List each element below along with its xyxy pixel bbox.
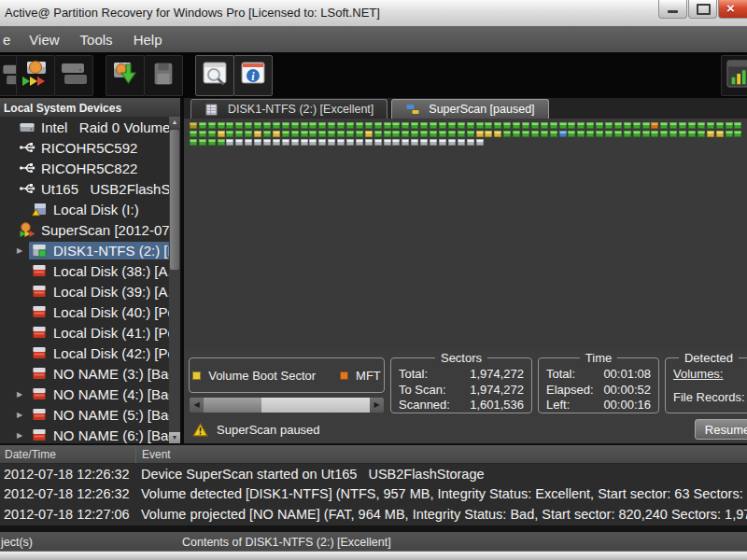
- sidebar-scrollbar[interactable]: ▲ ▼: [169, 117, 180, 443]
- scroll-right-icon[interactable]: ▶: [370, 398, 384, 413]
- tree-item-body[interactable]: SuperScan [2012-07-...: [17, 221, 169, 239]
- tree-item-body[interactable]: NO NAME (6:) [Bad]: [29, 427, 169, 444]
- tree-item[interactable]: RICOHR5C822: [0, 158, 169, 178]
- sector-block: [568, 122, 575, 129]
- preview-window-button[interactable]: [195, 55, 234, 96]
- log-row-event: Device SuperScan started on Ut165 USB2Fl…: [135, 467, 747, 482]
- log-column-datetime[interactable]: Date/Time: [0, 445, 135, 463]
- recover-drive-button[interactable]: [106, 55, 145, 96]
- tree-item[interactable]: NO NAME (3:) [Bad]: [0, 363, 169, 384]
- expander-icon[interactable]: ▶: [17, 390, 29, 399]
- tree-item-body[interactable]: RICOHR5C822: [17, 160, 142, 177]
- tree-item[interactable]: ▶NO NAME (5:) [Bad]: [0, 404, 169, 425]
- tree-item-label: Local Disk (39:) [A...: [53, 284, 169, 300]
- hscroll-track[interactable]: [261, 398, 370, 413]
- menu-item-help[interactable]: Help: [123, 32, 173, 48]
- tree-item-body[interactable]: Local Disk (40:) [Po...: [29, 303, 169, 321]
- log-column-event[interactable]: Event: [135, 445, 747, 463]
- tab-disk1-ntfs[interactable]: DISK1-NTFS (2:) [Excellent]: [190, 99, 388, 119]
- legend-swatch-icon: [192, 371, 201, 380]
- sector-block: [402, 131, 409, 137]
- tree-item-body[interactable]: Local Disk (41:) [Po...: [29, 324, 169, 342]
- tree-item[interactable]: Local Disk (I:): [0, 199, 169, 219]
- log-row[interactable]: 2012-07-18 12:26:32Device SuperScan star…: [0, 464, 747, 484]
- tree-item[interactable]: Intel Raid 0 Volume: [0, 117, 169, 137]
- info-window-button[interactable]: i: [233, 55, 273, 96]
- minimize-button[interactable]: [658, 0, 687, 19]
- tree-item-selected[interactable]: DISK1-NTFS (2:) [E...: [29, 242, 169, 259]
- tree-item[interactable]: SuperScan [2012-07-...: [0, 219, 169, 240]
- menu-item-file-partial[interactable]: e: [0, 32, 19, 48]
- drive-red-icon: [31, 366, 48, 381]
- sector-block: [263, 139, 271, 146]
- scrollbar-thumb[interactable]: [170, 130, 179, 270]
- tree-item[interactable]: ▶NO NAME (4:) [Bad]: [0, 384, 169, 404]
- scan-info-panel: Volume Boot SectorMFT ◀ ▶ Sectors Total:…: [184, 350, 747, 415]
- sector-block: [430, 122, 437, 129]
- tree-item-body[interactable]: Local Disk (38:) [A...: [29, 262, 169, 280]
- tree-item-body[interactable]: Local Disk (I:): [29, 201, 144, 218]
- menu-item-view[interactable]: View: [19, 32, 69, 48]
- tree-item-body[interactable]: NO NAME (3:) [Bad]: [29, 365, 169, 383]
- drive-red-icon: [31, 304, 48, 319]
- log-row[interactable]: 2012-07-18 12:27:06Volume projected [NO …: [0, 504, 747, 525]
- tree-item-body[interactable]: Local Disk (39:) [A...: [29, 283, 169, 301]
- sector-block: [458, 122, 465, 129]
- close-button[interactable]: ×: [718, 0, 747, 19]
- tree-item[interactable]: Local Disk (40:) [Po...: [0, 301, 169, 322]
- tree-item-body[interactable]: Intel Raid 0 Volume: [17, 119, 169, 136]
- sector-block: [199, 131, 206, 137]
- chart-partial-button[interactable]: [721, 55, 747, 96]
- tree-item-body[interactable]: NO NAME (4:) [Bad]: [29, 385, 169, 403]
- expander-icon[interactable]: ▶: [17, 411, 29, 419]
- sector-block: [337, 131, 345, 137]
- sector-block: [235, 122, 243, 129]
- sector-block: [190, 131, 197, 137]
- superscan-drive-button[interactable]: [16, 55, 55, 96]
- tree-item[interactable]: Ut165 USB2FlashSto...: [0, 178, 169, 199]
- tree-item[interactable]: Local Disk (41:) [Po...: [0, 322, 169, 343]
- sector-block: [235, 139, 243, 146]
- menu-item-tools[interactable]: Tools: [70, 32, 123, 48]
- scroll-left-icon[interactable]: ◀: [190, 398, 204, 413]
- sector-block: [660, 131, 668, 137]
- tree-item[interactable]: Local Disk (38:) [A...: [0, 260, 169, 281]
- sector-block: [392, 139, 400, 146]
- sector-block: [559, 131, 567, 137]
- tree-item-body[interactable]: Ut165 USB2FlashSto...: [17, 180, 169, 198]
- expander-icon[interactable]: ▶: [17, 246, 29, 255]
- sector-row: [188, 121, 747, 130]
- tab-superscan[interactable]: SuperScan [paused]: [391, 99, 548, 119]
- sector-block: [392, 131, 400, 137]
- maximize-button[interactable]: [688, 0, 717, 19]
- detected-groupbox: Detected Volumes: File Records:: [665, 357, 747, 413]
- tree-item[interactable]: RICOHR5C592: [0, 137, 169, 158]
- window-controls: ×: [658, 0, 747, 19]
- tree-item[interactable]: Local Disk (39:) [A...: [0, 281, 169, 301]
- sector-block: [669, 131, 677, 137]
- scroll-up-icon[interactable]: ▲: [169, 117, 180, 128]
- tree-item-body[interactable]: Local Disk (42:) [Po...: [29, 344, 169, 362]
- scroll-down-icon[interactable]: ▼: [169, 432, 180, 443]
- chart-partial-icon: [726, 59, 747, 92]
- sector-map-scrollbar[interactable]: ◀ ▶: [190, 398, 384, 413]
- hscroll-thumb[interactable]: [204, 398, 261, 413]
- tree-item[interactable]: Local Disk (42:) [Po...: [0, 343, 169, 363]
- sector-block: [365, 139, 373, 146]
- resume-button[interactable]: Resume: [695, 419, 747, 440]
- sector-block: [494, 131, 501, 137]
- sector-block: [448, 139, 456, 146]
- tree-item-body[interactable]: RICOHR5C592: [17, 139, 142, 157]
- sector-block: [596, 131, 603, 137]
- expander-icon[interactable]: ▶: [17, 431, 29, 440]
- tree-item[interactable]: ▶DISK1-NTFS (2:) [E...: [0, 240, 169, 260]
- sector-block: [402, 122, 409, 129]
- sector-block: [586, 131, 594, 137]
- tree-item[interactable]: ▶NO NAME (6:) [Bad]: [0, 425, 169, 443]
- sector-block: [669, 122, 677, 129]
- sector-block: [698, 122, 705, 129]
- tree-item-body[interactable]: NO NAME (5:) [Bad]: [29, 406, 169, 424]
- sector-block: [301, 139, 308, 146]
- log-row[interactable]: 2012-07-18 12:26:32Volume detected [DISK…: [0, 484, 747, 505]
- volumes-link[interactable]: Volumes:: [673, 367, 723, 381]
